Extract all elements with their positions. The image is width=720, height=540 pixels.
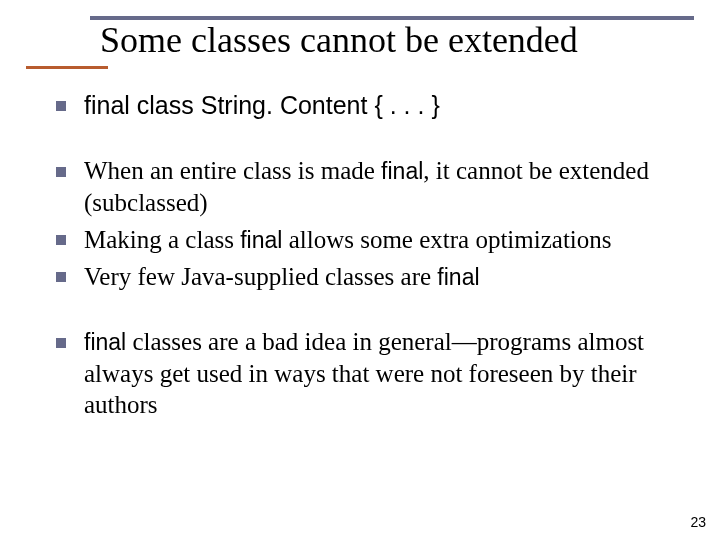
- bullet-text: final: [381, 158, 423, 184]
- bullet-text: final: [84, 329, 126, 355]
- title-rule-bottom: [26, 66, 108, 69]
- bullet-text: Making a class: [84, 226, 240, 253]
- slide-body: final class String. Content { . . . } Wh…: [50, 90, 680, 426]
- bullet-text: final: [240, 227, 282, 253]
- bullet-item: Very few Java-supplied classes are final: [50, 261, 680, 292]
- bullet-text: classes are a bad idea in general—progra…: [84, 328, 644, 418]
- bullet-text: allows some extra optimizations: [282, 226, 611, 253]
- title-block: Some classes cannot be extended: [26, 16, 694, 69]
- bullet-text: Very few Java-supplied classes are: [84, 263, 437, 290]
- bullet-group-1: final class String. Content { . . . }: [50, 90, 680, 121]
- bullet-text: When an entire class is made: [84, 157, 381, 184]
- bullet-group-3: final classes are a bad idea in general—…: [50, 326, 680, 420]
- bullet-item: final class String. Content { . . . }: [50, 90, 680, 121]
- bullet-item: final classes are a bad idea in general—…: [50, 326, 680, 420]
- bullet-group-2: When an entire class is made final, it c…: [50, 155, 680, 292]
- bullet-item: When an entire class is made final, it c…: [50, 155, 680, 218]
- bullet-text: final class String. Content { . . . }: [84, 91, 440, 119]
- bullet-text: final: [437, 264, 479, 290]
- bullet-item: Making a class final allows some extra o…: [50, 224, 680, 255]
- slide-title: Some classes cannot be extended: [100, 22, 694, 60]
- page-number: 23: [690, 514, 706, 530]
